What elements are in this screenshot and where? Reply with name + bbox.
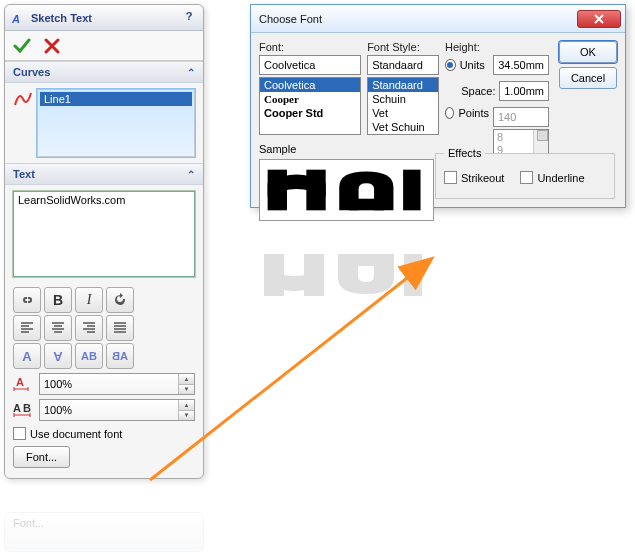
style-listbox[interactable]: Standaard Schuin Vet Vet Schuin (367, 77, 439, 135)
space-label: Space: (461, 85, 495, 97)
font-button[interactable]: Font... (13, 446, 70, 468)
units-label: Units (460, 59, 489, 71)
style-input[interactable]: Standaard (367, 55, 439, 75)
italic-button[interactable]: I (75, 287, 103, 313)
align-right-button[interactable] (75, 315, 103, 341)
font-listbox[interactable]: Coolvetica Cooper Cooper Std (259, 77, 361, 135)
sketch-text-panel: A Sketch Text ? Curves ⌃ Line1 Text ⌃ Le… (4, 4, 204, 479)
ok-button[interactable]: OK (559, 41, 617, 63)
spin-up-icon[interactable]: ▲ (178, 374, 194, 385)
text-header[interactable]: Text ⌃ (5, 163, 203, 185)
align-justify-button[interactable] (106, 315, 134, 341)
font-input[interactable]: Coolvetica (259, 55, 361, 75)
points-label: Points (458, 107, 489, 119)
sample-preview (259, 159, 434, 221)
align-left-button[interactable] (13, 315, 41, 341)
style-option[interactable]: Standaard (368, 78, 438, 92)
checkbox-icon[interactable] (13, 427, 26, 440)
svg-rect-7 (403, 170, 420, 211)
underline-checkbox[interactable]: Underline (520, 171, 584, 184)
confirm-row (5, 31, 203, 61)
style-option[interactable]: Vet Schuin (368, 120, 438, 134)
spline-icon (13, 89, 33, 109)
cancel-x-button[interactable] (41, 35, 63, 57)
spin-down-icon[interactable]: ▼ (178, 411, 194, 421)
font-option[interactable]: Coolvetica (260, 78, 360, 92)
text-title: Text (13, 168, 35, 180)
curve-item[interactable]: Line1 (40, 92, 192, 106)
spacing-percent-input[interactable]: 100% ▲▼ (39, 399, 195, 421)
svg-rect-10 (348, 254, 384, 266)
dialog-title: Choose Font (259, 13, 577, 25)
curves-listbox[interactable]: Line1 (37, 89, 195, 157)
reflection-decoration: Font... (4, 512, 204, 552)
font-option[interactable]: Cooper (260, 92, 360, 106)
text-body: LearnSolidWorks.com B I A A AB AB A 100%… (5, 185, 203, 478)
height-label: Height: (445, 41, 549, 53)
width-icon: A (13, 375, 33, 393)
choose-font-dialog: Choose Font Font: Coolvetica Coolvetica … (250, 4, 626, 208)
space-value-input[interactable]: 1.00mm (499, 81, 549, 101)
curves-title: Curves (13, 66, 50, 78)
ok-check-button[interactable] (11, 35, 33, 57)
svg-rect-11 (404, 254, 422, 296)
link-icon[interactable] (13, 287, 41, 313)
spin-up-icon[interactable]: ▲ (178, 400, 194, 411)
close-button[interactable] (577, 10, 621, 28)
flip-horizontal-button[interactable]: AB (75, 343, 103, 369)
svg-text:B: B (23, 402, 31, 414)
svg-text:A: A (11, 13, 20, 25)
style-label: Font Style: (367, 41, 439, 53)
use-doc-font-row[interactable]: Use document font (13, 427, 195, 440)
style-option[interactable]: Vet (368, 106, 438, 120)
points-radio[interactable] (445, 107, 454, 119)
sketch-text-icon: A (11, 10, 27, 26)
collapse-icon[interactable]: ⌃ (187, 67, 195, 78)
dialog-titlebar[interactable]: Choose Font (251, 5, 625, 33)
font-label: Font: (259, 41, 361, 53)
flip-horizontal-mirror-button[interactable]: AB (106, 343, 134, 369)
panel-title: Sketch Text (31, 12, 181, 24)
reflection-decoration (250, 216, 626, 306)
svg-rect-6 (349, 199, 384, 211)
align-center-button[interactable] (44, 315, 72, 341)
units-radio[interactable] (445, 59, 456, 71)
units-value-input[interactable]: 34.50mm (493, 55, 549, 75)
strikeout-checkbox[interactable]: Strikeout (444, 171, 504, 184)
help-button[interactable]: ? (181, 10, 197, 26)
font-option[interactable]: Cooper Std (260, 106, 360, 120)
style-option[interactable]: Schuin (368, 92, 438, 106)
points-value-input[interactable]: 140 (493, 107, 549, 127)
curves-header[interactable]: Curves ⌃ (5, 61, 203, 83)
effects-label: Effects (444, 147, 485, 159)
use-doc-font-label: Use document font (30, 428, 122, 440)
svg-text:A: A (13, 402, 21, 414)
width-percent-input[interactable]: 100% ▲▼ (39, 373, 195, 395)
panel-titlebar: A Sketch Text ? (5, 5, 203, 31)
cancel-button[interactable]: Cancel (559, 67, 617, 89)
curves-body: Line1 (5, 83, 203, 163)
collapse-icon[interactable]: ⌃ (187, 169, 195, 180)
text-input[interactable]: LearnSolidWorks.com (13, 191, 195, 277)
flip-vertical-down-button[interactable]: A (44, 343, 72, 369)
rotate-icon[interactable] (106, 287, 134, 313)
spin-down-icon[interactable]: ▼ (178, 385, 194, 395)
svg-text:A: A (16, 376, 24, 388)
bold-button[interactable]: B (44, 287, 72, 313)
dialog-body: Font: Coolvetica Coolvetica Cooper Coope… (251, 33, 625, 207)
effects-group: Effects Strikeout Underline (435, 147, 615, 199)
flip-vertical-button[interactable]: A (13, 343, 41, 369)
spacing-icon: AB (13, 401, 33, 419)
